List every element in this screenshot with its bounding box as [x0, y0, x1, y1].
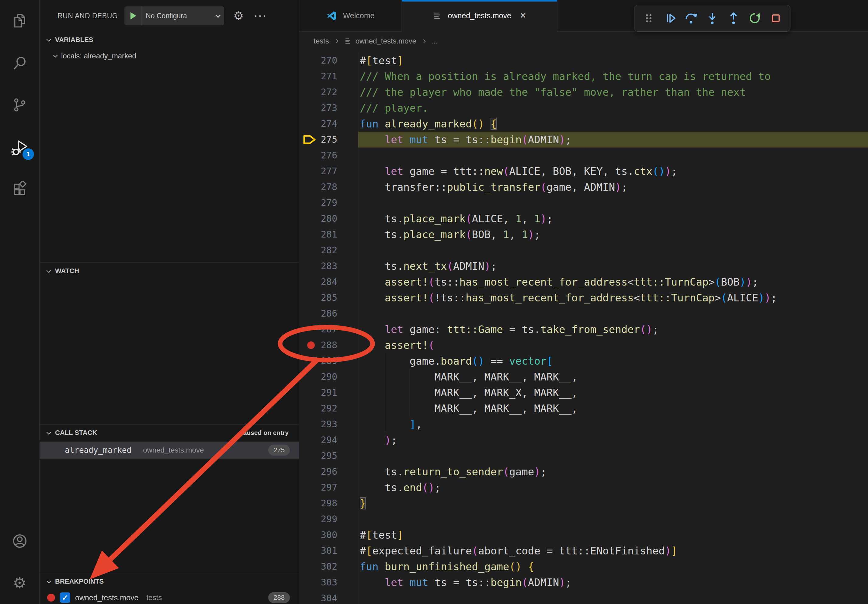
code-line[interactable]: 300#[test] [299, 527, 868, 543]
code-line[interactable]: 297 ts.end(); [299, 480, 868, 496]
gutter-glyph-margin[interactable] [299, 211, 317, 226]
gutter-glyph-margin[interactable] [299, 464, 317, 480]
line-number[interactable]: 300 [317, 527, 337, 543]
gutter-glyph-margin[interactable] [299, 401, 317, 417]
gutter-glyph-margin[interactable] [299, 575, 317, 590]
code-line-content[interactable] [358, 590, 868, 604]
gutter-glyph-margin[interactable] [299, 290, 317, 306]
gutter-glyph-margin[interactable] [299, 432, 317, 448]
account-icon[interactable] [0, 520, 40, 562]
step-out-button[interactable] [727, 11, 741, 25]
gutter-glyph-margin[interactable] [299, 116, 317, 132]
gutter-glyph-margin[interactable] [299, 559, 317, 575]
line-number[interactable]: 272 [317, 84, 337, 100]
code-line-content[interactable] [358, 242, 868, 258]
code-line[interactable]: 289 game.board() == vector[ [299, 353, 868, 369]
gutter-glyph-margin[interactable] [299, 147, 317, 163]
drag-grip-icon[interactable] [642, 11, 656, 25]
code-line[interactable]: 295 [299, 448, 868, 464]
line-number[interactable]: 275 [317, 132, 337, 147]
line-number[interactable]: 296 [317, 464, 337, 480]
variables-scope-row[interactable]: locals: already_marked [40, 48, 299, 64]
start-debug-icon[interactable] [130, 12, 136, 19]
code-line[interactable]: 291 MARK__, MARK_X, MARK__, [299, 385, 868, 401]
code-line[interactable]: 284 assert!(ts::has_most_recent_for_addr… [299, 274, 868, 290]
source-control-icon[interactable] [0, 84, 40, 126]
gutter-glyph-margin[interactable] [299, 369, 317, 385]
breadcrumb-folder[interactable]: tests [313, 37, 329, 45]
step-into-button[interactable] [705, 11, 719, 25]
code-line-content[interactable]: ); [358, 432, 868, 448]
code-line[interactable]: 292 MARK__, MARK__, MARK__, [299, 401, 868, 417]
code-line-content[interactable]: MARK__, MARK_X, MARK__, [358, 385, 868, 401]
code-line[interactable]: 283 ts.next_tx(ADMIN); [299, 258, 868, 274]
call-stack-frame-row[interactable]: already_marked owned_tests.move 275 [40, 441, 299, 458]
code-line[interactable]: 285 assert!(!ts::has_most_recent_for_add… [299, 290, 868, 306]
code-line-content[interactable] [358, 195, 868, 211]
gutter-glyph-margin[interactable] [299, 179, 317, 195]
breakpoint-icon[interactable] [307, 342, 315, 349]
line-number[interactable]: 282 [317, 242, 337, 258]
line-number[interactable]: 283 [317, 258, 337, 274]
code-line-content[interactable] [358, 147, 868, 163]
code-line-content[interactable]: fun burn_unfinished_game() { [358, 559, 868, 575]
line-number[interactable]: 281 [317, 226, 337, 242]
run-and-debug-icon[interactable]: 1 [0, 126, 40, 168]
close-icon[interactable] [520, 11, 527, 20]
code-line-content[interactable]: MARK__, MARK__, MARK__, [358, 401, 868, 417]
code-line[interactable]: 293 ], [299, 417, 868, 432]
code-line[interactable]: 270#[test] [299, 53, 868, 68]
line-number[interactable]: 297 [317, 480, 337, 496]
code-line-content[interactable]: assert!(ts::has_most_recent_for_address<… [358, 274, 868, 290]
code-line[interactable]: 287 let game: ttt::Game = ts.take_from_s… [299, 321, 868, 337]
code-line[interactable]: 299 [299, 511, 868, 527]
code-line-content[interactable]: game.board() == vector[ [358, 353, 868, 369]
step-over-button[interactable] [684, 11, 698, 25]
gutter-glyph-margin[interactable] [299, 480, 317, 496]
code-line[interactable]: 281 ts.place_mark(BOB, 1, 1); [299, 226, 868, 242]
gutter-glyph-margin[interactable] [299, 195, 317, 211]
code-line-content[interactable]: /// the player who made the "false" move… [358, 84, 868, 100]
gutter-glyph-margin[interactable] [299, 84, 317, 100]
code-line-content[interactable]: let mut ts = ts::begin(ADMIN); [358, 575, 868, 590]
gutter-glyph-margin[interactable] [299, 385, 317, 401]
line-number[interactable]: 302 [317, 559, 337, 575]
extensions-icon[interactable] [0, 168, 40, 210]
code-line-content[interactable]: /// When a position is already marked, t… [358, 68, 868, 84]
more-actions-icon[interactable] [253, 13, 267, 19]
continue-button[interactable] [663, 11, 677, 25]
gutter-glyph-margin[interactable] [299, 590, 317, 604]
restart-button[interactable] [747, 11, 761, 25]
code-line[interactable]: 303 let mut ts = ts::begin(ADMIN); [299, 575, 868, 590]
variables-section-header[interactable]: VARIABLES [40, 32, 299, 48]
code-line[interactable]: 298} [299, 496, 868, 511]
line-number[interactable]: 299 [317, 511, 337, 527]
line-number[interactable]: 284 [317, 274, 337, 290]
code-line-content[interactable]: #[test] [358, 527, 868, 543]
code-line[interactable]: 282 [299, 242, 868, 258]
breakpoint-checkbox[interactable] [60, 592, 70, 603]
code-line-content[interactable]: let game: ttt::Game = ts.take_from_sende… [358, 321, 868, 337]
code-line-content[interactable]: ts.place_mark(ALICE, 1, 1); [358, 211, 868, 226]
breadcrumb-symbol[interactable]: ... [431, 37, 437, 45]
code-line-content[interactable] [358, 511, 868, 527]
gutter-glyph-margin[interactable] [299, 511, 317, 527]
line-number[interactable]: 277 [317, 163, 337, 179]
line-number[interactable]: 291 [317, 385, 337, 401]
code-line[interactable]: 276 [299, 147, 868, 163]
code-line[interactable]: 271/// When a position is already marked… [299, 68, 868, 84]
gutter-glyph-margin[interactable] [299, 496, 317, 511]
code-line[interactable]: 304 [299, 590, 868, 604]
line-number[interactable]: 288 [317, 337, 337, 353]
line-number[interactable]: 304 [317, 590, 337, 604]
gutter-glyph-margin[interactable] [299, 353, 317, 369]
code-line[interactable]: 294 ); [299, 432, 868, 448]
code-line[interactable]: 278 transfer::public_transfer(game, ADMI… [299, 179, 868, 195]
gutter-glyph-margin[interactable] [299, 53, 317, 68]
settings-gear-icon[interactable] [0, 562, 40, 604]
code-line-content[interactable]: let game = ttt::new(ALICE, BOB, KEY, ts.… [358, 163, 868, 179]
code-line-content[interactable]: ], [358, 417, 868, 432]
tab-owned-tests-move[interactable]: owned_tests.move [402, 0, 558, 32]
search-icon[interactable] [0, 42, 40, 84]
code-line[interactable]: 274fun already_marked() { [299, 116, 868, 132]
